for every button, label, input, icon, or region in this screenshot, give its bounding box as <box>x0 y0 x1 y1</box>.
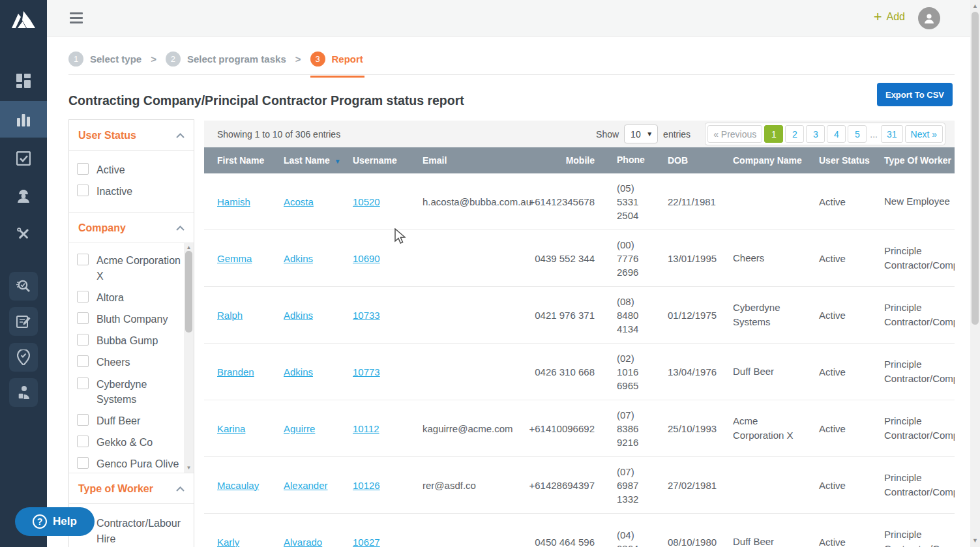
first-name-link[interactable]: Hamish <box>217 196 250 207</box>
app-root: + Add ▲ ▼ 1 Select type > 2 Select progr… <box>0 0 980 547</box>
username-link[interactable]: 10112 <box>353 423 379 434</box>
last-name-link[interactable]: Adkins <box>284 253 313 264</box>
scroll-down-icon[interactable]: ▼ <box>970 536 980 546</box>
page-scrollbar[interactable]: ▲ ▼ <box>970 0 980 547</box>
sidebar-item-audit-search[interactable] <box>9 272 38 301</box>
pagination-page-1[interactable]: 1 <box>764 125 783 143</box>
filter-company-header[interactable]: Company <box>69 213 194 243</box>
username-link[interactable]: 10520 <box>353 196 380 207</box>
add-button[interactable]: + Add <box>874 10 905 23</box>
company-option[interactable]: Duff Beer <box>77 410 184 432</box>
checkbox[interactable] <box>77 291 89 303</box>
dob-cell: 27/02/1981 <box>655 480 720 491</box>
checkbox[interactable] <box>77 254 89 265</box>
filter-user-status-header[interactable]: User Status <box>69 120 194 151</box>
first-name-link[interactable]: Ralph <box>217 310 243 321</box>
company-option[interactable]: Bluth Company <box>77 308 184 330</box>
filter-option-active[interactable]: Active <box>77 159 194 181</box>
last-name-link[interactable]: Alvarado <box>284 537 322 547</box>
company-option[interactable]: Gekko & Co <box>77 432 184 453</box>
company-option[interactable]: Cheers <box>77 351 184 373</box>
breadcrumb-step-select-program-tasks[interactable]: 2 Select program tasks <box>166 52 286 67</box>
help-button[interactable]: ? Help <box>15 507 95 536</box>
mobile-cell: 0439 552 344 <box>527 253 604 264</box>
checkbox[interactable] <box>77 312 89 324</box>
first-name-link[interactable]: Karina <box>217 423 245 434</box>
filter-option-inactive[interactable]: Inactive <box>77 181 194 202</box>
checkbox[interactable] <box>77 163 89 175</box>
table-row: Ralph Adkins 10733 0421 976 371 (08) 848… <box>204 287 955 344</box>
company-list-scrollbar[interactable]: ▲ ▼ <box>184 243 194 473</box>
filter-type-of-worker-header[interactable]: Type of Worker <box>69 473 194 504</box>
last-name-link[interactable]: Adkins <box>284 310 313 321</box>
first-name-link[interactable]: Macaulay <box>217 480 259 491</box>
checkbox[interactable] <box>77 457 89 469</box>
sidebar-item-tools[interactable] <box>0 216 47 252</box>
sidebar-item-workers[interactable] <box>0 178 47 214</box>
col-first-name[interactable]: First Name <box>204 155 271 166</box>
col-type-of-worker[interactable]: Type Of Worker <box>871 154 955 167</box>
scroll-up-icon[interactable]: ▲ <box>970 1 980 11</box>
checkbox[interactable] <box>77 334 89 346</box>
sidebar-item-tasks[interactable] <box>0 140 47 177</box>
breadcrumb-step-report[interactable]: 3 Report <box>310 52 363 67</box>
company-option[interactable]: Acme Corporation X <box>77 250 184 286</box>
breadcrumb-step-select-type[interactable]: 1 Select type <box>68 52 141 67</box>
pagination-previous[interactable]: « Previous <box>707 125 762 143</box>
username-link[interactable]: 10733 <box>353 310 380 321</box>
pagination-page-2[interactable]: 2 <box>785 125 804 143</box>
checkbox[interactable] <box>77 414 89 426</box>
filter-title: User Status <box>78 130 136 141</box>
company-option[interactable]: Altora <box>77 287 184 308</box>
filter-company-list: Acme Corporation X Altora Bluth Company … <box>69 243 194 473</box>
col-email[interactable]: Email <box>409 155 527 166</box>
username-link[interactable]: 10126 <box>353 480 380 491</box>
checkbox[interactable] <box>77 355 89 367</box>
pagination-page-5[interactable]: 5 <box>848 125 867 143</box>
sidebar-item-forms[interactable] <box>9 307 38 336</box>
page-size-select[interactable]: 10 ▼ <box>624 125 658 143</box>
export-csv-button[interactable]: Export To CSV <box>877 83 953 106</box>
company-option[interactable]: Genco Pura Olive Oil Company <box>77 453 184 473</box>
last-name-link[interactable]: Adkins <box>284 366 313 377</box>
sidebar-item-reports[interactable] <box>0 101 47 138</box>
user-avatar[interactable] <box>918 7 940 29</box>
worker-type-option[interactable]: Contractor/Labour Hire <box>77 512 194 547</box>
pagination-page-3[interactable]: 3 <box>806 125 825 143</box>
username-link[interactable]: 10690 <box>353 253 380 264</box>
menu-hamburger-icon[interactable] <box>70 12 83 23</box>
col-dob[interactable]: DOB <box>655 155 720 166</box>
col-last-name[interactable]: Last Name▼ <box>271 155 340 166</box>
username-link[interactable]: 10627 <box>353 537 380 547</box>
checkbox[interactable] <box>77 377 89 389</box>
col-mobile[interactable]: Mobile <box>527 155 604 166</box>
phone-cell: (08) 8480 4134 <box>604 295 655 336</box>
company-scrollbar-thumb[interactable] <box>185 251 192 333</box>
last-name-link[interactable]: Alexander <box>284 480 328 491</box>
col-username[interactable]: Username <box>340 155 409 166</box>
sidebar-item-locations[interactable] <box>9 343 38 372</box>
scroll-down-icon[interactable]: ▼ <box>184 464 194 473</box>
first-name-link[interactable]: Karly <box>217 537 239 547</box>
col-phone[interactable]: Phone <box>604 154 655 167</box>
col-user-status[interactable]: User Status <box>806 155 871 166</box>
col-company-name[interactable]: Company Name <box>720 154 806 167</box>
last-name-link[interactable]: Acosta <box>284 196 314 207</box>
checkbox[interactable] <box>77 185 89 196</box>
first-name-link[interactable]: Gemma <box>217 253 252 264</box>
last-name-link[interactable]: Aguirre <box>284 423 315 434</box>
sidebar-item-assignments[interactable] <box>9 378 38 407</box>
page-scrollbar-thumb[interactable] <box>972 12 979 325</box>
company-option[interactable]: Cyberdyne Systems <box>77 374 184 410</box>
pagination-page-4[interactable]: 4 <box>827 125 846 143</box>
type-cell: New Employee <box>871 194 955 209</box>
pagination-next[interactable]: Next » <box>905 125 943 143</box>
pagination-page-31[interactable]: 31 <box>881 125 903 143</box>
checkbox[interactable] <box>77 436 89 447</box>
username-link[interactable]: 10773 <box>353 366 380 377</box>
company-option[interactable]: Bubba Gump <box>77 330 184 351</box>
sidebar-item-dashboard[interactable] <box>0 63 47 99</box>
first-name-link[interactable]: Branden <box>217 366 254 377</box>
step-number: 2 <box>166 52 181 67</box>
brand-logo-icon[interactable] <box>0 7 47 33</box>
